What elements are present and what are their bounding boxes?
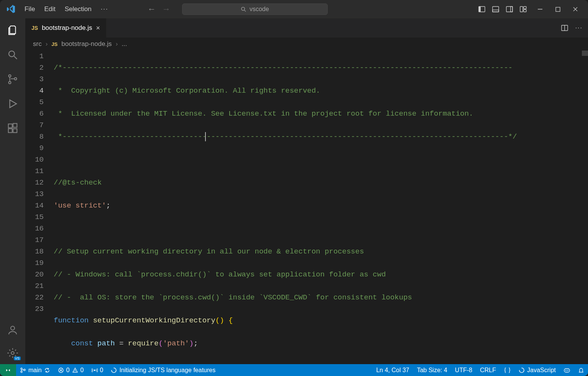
svg-rect-22 — [13, 129, 17, 132]
warning-count: 0 — [80, 367, 84, 374]
svg-point-37 — [565, 370, 566, 371]
svg-rect-21 — [8, 129, 12, 132]
breadcrumbs[interactable]: src › JS bootstrap-node.js › ... — [25, 38, 588, 51]
svg-point-17 — [9, 75, 11, 77]
settings-gear-icon[interactable]: VS — [6, 347, 19, 360]
svg-rect-5 — [493, 10, 499, 12]
svg-rect-20 — [8, 124, 12, 128]
svg-rect-12 — [556, 7, 560, 11]
js-file-icon: JS — [31, 25, 38, 31]
activity-bar: VS — [0, 18, 25, 364]
svg-rect-36 — [564, 369, 570, 372]
error-count: 0 — [66, 367, 70, 374]
chevron-right-icon: › — [116, 40, 118, 48]
svg-line-1 — [244, 10, 246, 11]
svg-point-18 — [9, 82, 11, 84]
notifications-bell-icon[interactable] — [574, 364, 588, 376]
tab-bootstrap-node[interactable]: JS bootstrap-node.js × — [25, 18, 107, 38]
search-icon — [241, 7, 246, 12]
problems-item[interactable]: 0 0 — [54, 364, 88, 376]
status-bar: main 0 0 0 Initializing JS/TS language f… — [0, 364, 588, 376]
code-content[interactable]: /*--------------------------------------… — [54, 51, 588, 364]
language-brace-icon[interactable]: { } — [500, 364, 515, 376]
eol-item[interactable]: CRLF — [476, 364, 500, 376]
menu-bar: File Edit Selection — [20, 3, 96, 15]
vscode-logo-icon — [6, 4, 16, 14]
breadcrumb-file[interactable]: bootstrap-node.js — [61, 40, 112, 48]
svg-point-38 — [567, 370, 568, 371]
toggle-secondary-sidebar-icon[interactable] — [505, 5, 514, 13]
title-bar: File Edit Selection ··· ← → vscode — [0, 0, 588, 18]
svg-point-19 — [15, 78, 17, 80]
run-debug-icon[interactable] — [6, 97, 19, 110]
svg-point-29 — [21, 371, 22, 373]
sync-icon — [44, 367, 50, 373]
menu-edit[interactable]: Edit — [39, 3, 60, 15]
language-status-item[interactable]: Initializing JS/TS language features — [107, 364, 219, 376]
svg-point-24 — [11, 326, 15, 330]
chevron-right-icon: › — [46, 40, 48, 48]
breadcrumb-tail[interactable]: ... — [122, 40, 127, 48]
customize-layout-icon[interactable] — [519, 5, 527, 13]
menu-selection[interactable]: Selection — [60, 3, 96, 15]
breadcrumb-folder[interactable]: src — [33, 40, 42, 48]
tab-label: bootstrap-node.js — [42, 24, 92, 32]
split-editor-icon[interactable] — [561, 24, 568, 32]
editor-area: JS bootstrap-node.js × ··· src › JS boot… — [25, 18, 588, 364]
loading-spinner-icon — [519, 367, 525, 373]
language-status-text: Initializing JS/TS language features — [119, 367, 215, 374]
svg-rect-6 — [506, 7, 512, 12]
branch-name: main — [28, 367, 42, 374]
window-close-icon[interactable] — [572, 6, 579, 13]
nav-back-icon[interactable]: ← — [148, 4, 156, 14]
code-editor[interactable]: 1234 5678 9101112 13141516 17181920 2122… — [25, 51, 588, 364]
command-center-search[interactable]: vscode — [182, 3, 328, 15]
js-file-icon: JS — [51, 41, 57, 47]
text-caret — [205, 132, 206, 141]
remote-indicator[interactable] — [0, 364, 16, 376]
accounts-icon[interactable] — [6, 324, 19, 337]
svg-rect-23 — [13, 124, 17, 128]
svg-point-25 — [11, 351, 14, 355]
svg-rect-9 — [524, 7, 526, 9]
settings-badge: VS — [14, 356, 21, 360]
svg-rect-4 — [493, 7, 499, 12]
search-text: vscode — [250, 6, 269, 13]
loading-spinner-icon — [111, 367, 117, 373]
window-maximize-icon[interactable] — [554, 6, 561, 13]
copilot-icon[interactable] — [560, 364, 574, 376]
menu-overflow[interactable]: ··· — [96, 3, 113, 15]
tab-bar: JS bootstrap-node.js × ··· — [25, 18, 588, 38]
language-mode-item[interactable]: JavaScript — [515, 364, 560, 376]
source-control-icon[interactable] — [6, 73, 19, 86]
close-tab-icon[interactable]: × — [96, 24, 100, 32]
extensions-icon[interactable] — [6, 122, 19, 135]
svg-point-35 — [94, 369, 95, 371]
more-actions-icon[interactable]: ··· — [575, 25, 583, 31]
toggle-panel-icon[interactable] — [491, 5, 500, 13]
ports-item[interactable]: 0 — [88, 364, 107, 376]
nav-forward-icon[interactable]: → — [162, 4, 171, 14]
line-gutter: 1234 5678 9101112 13141516 17181920 2122… — [25, 51, 54, 364]
svg-point-0 — [241, 7, 245, 10]
svg-rect-8 — [520, 7, 523, 12]
svg-point-15 — [9, 51, 15, 57]
port-count: 0 — [100, 367, 103, 374]
svg-line-16 — [14, 56, 17, 59]
svg-rect-7 — [511, 7, 512, 12]
svg-rect-10 — [524, 10, 526, 12]
menu-file[interactable]: File — [20, 3, 39, 15]
svg-point-28 — [21, 368, 22, 369]
explorer-icon[interactable] — [6, 24, 19, 37]
window-minimize-icon[interactable] — [537, 6, 544, 13]
search-panel-icon[interactable] — [6, 48, 19, 61]
toggle-primary-sidebar-icon[interactable] — [478, 5, 486, 13]
svg-rect-3 — [479, 7, 481, 12]
svg-point-30 — [24, 369, 25, 371]
tab-size-item[interactable]: Tab Size: 4 — [413, 364, 451, 376]
cursor-position-item[interactable]: Ln 4, Col 37 — [372, 364, 413, 376]
encoding-item[interactable]: UTF-8 — [451, 364, 476, 376]
git-branch-item[interactable]: main — [16, 364, 54, 376]
